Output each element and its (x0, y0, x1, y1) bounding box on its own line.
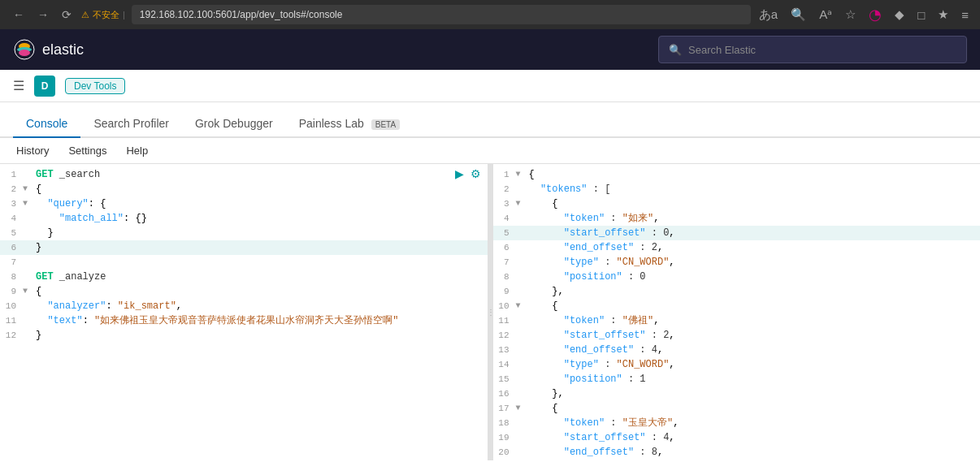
result-line-1: 1 ▼ { (493, 167, 981, 182)
result-num-6: 6 (493, 240, 516, 255)
result-content-15: "position" : 1 (526, 372, 981, 386)
result-num-20: 20 (493, 445, 516, 460)
result-line-9: 9 }, (493, 284, 981, 299)
reload-button[interactable]: ⟳ (59, 6, 75, 23)
result-content-12: "start_offset" : 2, (526, 328, 981, 343)
result-num-21: 21 (493, 460, 516, 460)
result-content-21: "type" : "CN_WORD", (526, 460, 981, 460)
result-lines: 1 ▼ { 2 "tokens" : [ 3 ▼ { 4 "tok (493, 164, 981, 460)
result-content-3: { (526, 196, 981, 211)
svg-point-3 (19, 50, 30, 56)
result-fold-10: ▼ (516, 299, 526, 313)
settings-button[interactable]: Settings (65, 143, 110, 158)
extensions2-button[interactable]: ◆ (893, 6, 906, 24)
result-num-18: 18 (493, 416, 516, 430)
line-content-12: } (33, 328, 488, 343)
editor-actions: ▶ ⚙ (453, 166, 483, 182)
star-button[interactable]: ★ (936, 6, 950, 24)
line-num-4: 4 (0, 211, 23, 226)
line-content-3: "query": { (33, 196, 488, 211)
menu-button[interactable]: ≡ (960, 6, 970, 24)
result-line-10: 10 ▼ { (493, 299, 981, 313)
result-num-9: 9 (493, 284, 516, 299)
result-content-17: { (526, 401, 981, 416)
separator: | (123, 10, 125, 19)
back-button[interactable]: ← (10, 6, 28, 23)
line-content-9: { (33, 284, 488, 299)
reader-mode-button[interactable]: あa (757, 6, 779, 24)
result-line-7: 7 "type" : "CN_WORD", (493, 255, 981, 270)
split-button[interactable]: □ (916, 6, 926, 24)
result-content-9: }, (526, 284, 981, 299)
result-content-4: "token" : "如来", (526, 211, 981, 226)
line-content-4: "match_all": {} (33, 211, 488, 226)
result-num-19: 19 (493, 430, 516, 445)
result-content-20: "end_offset" : 8, (526, 445, 981, 460)
editor-line-11: 11 "text": "如来佛祖玉皇大帝观音菩萨特派使者花果山水帘洞齐天大圣孙悟… (0, 313, 488, 328)
result-line-16: 16 }, (493, 386, 981, 401)
global-search-bar[interactable]: 🔍 Search Elastic (658, 36, 967, 63)
address-bar[interactable]: 192.168.102.100:5601/app/dev_tools#/cons… (132, 5, 751, 24)
line-fold-3: ▼ (23, 196, 33, 211)
result-line-19: 19 "start_offset" : 4, (493, 430, 981, 445)
result-num-8: 8 (493, 270, 516, 284)
editor-line-2: 2 ▼ { (0, 182, 488, 196)
result-num-10: 10 (493, 299, 516, 313)
tab-console[interactable]: Console (13, 110, 80, 138)
result-num-5: 5 (493, 226, 516, 240)
line-fold-2: ▼ (23, 182, 33, 196)
search-page-button[interactable]: 🔍 (789, 6, 808, 24)
bookmark-button[interactable]: ☆ (843, 6, 857, 24)
tab-painless-lab[interactable]: Painless Lab BETA (286, 110, 413, 138)
editor-panel[interactable]: ▶ ⚙ 1 GET _search 2 ▼ { 3 ▼ "query": { (0, 164, 488, 460)
editor-line-3: 3 ▼ "query": { (0, 196, 488, 211)
hamburger-menu-button[interactable]: ☰ (13, 78, 24, 93)
elastic-logo-icon (13, 38, 36, 61)
dev-tools-breadcrumb[interactable]: Dev Tools (65, 78, 125, 94)
editor-line-1: 1 GET _search (0, 167, 488, 182)
tab-grok-debugger[interactable]: Grok Debugger (182, 110, 286, 138)
line-num-5: 5 (0, 226, 23, 240)
result-line-14: 14 "type" : "CN_WORD", (493, 357, 981, 372)
line-content-11: "text": "如来佛祖玉皇大帝观音菩萨特派使者花果山水帘洞齐天大圣孙悟空啊" (33, 313, 488, 328)
result-line-20: 20 "end_offset" : 8, (493, 445, 981, 460)
extensions-button[interactable]: ◔ (867, 4, 883, 25)
line-num-2: 2 (0, 182, 23, 196)
result-content-5: "start_offset" : 0, (526, 226, 981, 240)
result-fold-17: ▼ (516, 401, 526, 416)
tab-bar: Console Search Profiler Grok Debugger Pa… (0, 102, 980, 138)
security-text: 不安全 (93, 9, 119, 21)
line-content-6: } (33, 240, 488, 255)
line-num-3: 3 (0, 196, 23, 211)
editor-line-5: 5 } (0, 226, 488, 240)
result-line-2: 2 "tokens" : [ (493, 182, 981, 196)
aa-button[interactable]: Aᵃ (817, 6, 834, 24)
line-content-5: } (33, 226, 488, 240)
history-button[interactable]: History (13, 143, 52, 158)
result-fold-3: ▼ (516, 196, 526, 211)
result-content-11: "token" : "佛祖", (526, 313, 981, 328)
result-num-17: 17 (493, 401, 516, 416)
result-num-12: 12 (493, 328, 516, 343)
line-content-1: GET _search (33, 167, 488, 182)
result-content-13: "end_offset" : 4, (526, 343, 981, 357)
result-line-4: 4 "token" : "如来", (493, 211, 981, 226)
result-line-21: 21 "type" : "CN_WORD", (493, 460, 981, 460)
result-fold-1: ▼ (516, 167, 526, 182)
result-panel[interactable]: 1 ▼ { 2 "tokens" : [ 3 ▼ { 4 "tok (493, 164, 981, 460)
user-avatar[interactable]: D (34, 76, 55, 97)
editor-line-7: 7 (0, 255, 488, 270)
line-content-8: GET _analyze (33, 270, 488, 284)
result-line-13: 13 "end_offset" : 4, (493, 343, 981, 357)
tab-search-profiler[interactable]: Search Profiler (80, 110, 182, 138)
editor-line-10: 10 "analyzer": "ik_smart", (0, 299, 488, 313)
tools-button[interactable]: ⚙ (469, 166, 483, 182)
forward-button[interactable]: → (34, 6, 52, 23)
run-button[interactable]: ▶ (453, 166, 466, 182)
result-line-17: 17 ▼ { (493, 401, 981, 416)
help-button[interactable]: Help (123, 143, 151, 158)
result-content-1: { (526, 167, 981, 182)
result-num-3: 3 (493, 196, 516, 211)
editor-line-4: 4 "match_all": {} (0, 211, 488, 226)
result-content-16: }, (526, 386, 981, 401)
